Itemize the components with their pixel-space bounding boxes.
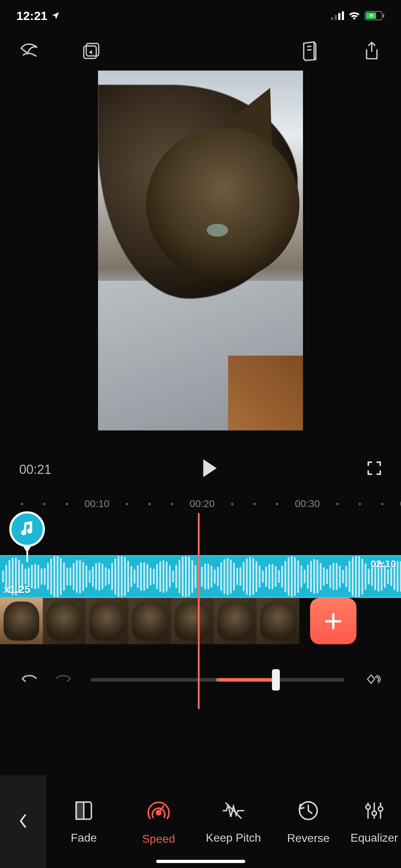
music-note-icon xyxy=(19,520,36,538)
svg-rect-2 xyxy=(338,13,340,20)
audio-speed-label: x1.25 xyxy=(4,583,30,595)
slider-fill xyxy=(218,678,279,682)
clip-thumbnail[interactable] xyxy=(128,598,171,644)
speed-slider-row xyxy=(0,666,401,694)
play-button[interactable] xyxy=(201,459,217,480)
timeline-ruler[interactable]: 00:1000:2000:3000:40 xyxy=(0,498,401,516)
svg-point-13 xyxy=(372,811,377,816)
preview-controls: 00:21 xyxy=(0,452,401,487)
undo-button[interactable] xyxy=(19,673,38,687)
video-preview-frame[interactable] xyxy=(98,71,303,430)
projects-icon[interactable] xyxy=(80,40,103,62)
redo-button[interactable] xyxy=(55,673,73,687)
tool-label: Keep Pitch xyxy=(206,831,261,844)
clip-thumbnail[interactable] xyxy=(257,598,299,644)
svg-point-12 xyxy=(366,805,370,809)
audio-duration-label: 02:10 xyxy=(370,558,396,570)
svg-point-14 xyxy=(378,806,383,811)
fullscreen-button[interactable] xyxy=(367,461,382,479)
bottom-tools: Fade Speed Keep Pitch Reverse xyxy=(0,775,401,868)
tool-reverse[interactable]: Reverse xyxy=(271,798,346,846)
status-left: 12:21 xyxy=(16,9,60,23)
tool-equalizer[interactable]: Equalizer xyxy=(346,798,401,846)
plus-icon: + xyxy=(324,603,343,640)
status-bar: 12:21 xyxy=(0,0,401,31)
tool-label: Equalizer xyxy=(350,831,398,844)
tool-label: Reverse xyxy=(287,832,329,845)
wifi-icon xyxy=(348,11,360,20)
book-icon[interactable] xyxy=(298,40,321,62)
tool-list[interactable]: Fade Speed Keep Pitch Reverse xyxy=(46,798,401,846)
playhead[interactable] xyxy=(198,513,200,709)
svg-rect-5 xyxy=(383,14,384,17)
clip-row[interactable]: + xyxy=(0,598,401,644)
tool-label: Fade xyxy=(71,831,97,844)
tool-label: Speed xyxy=(142,832,175,846)
clip-thumbnail[interactable] xyxy=(43,598,86,644)
speed-slider[interactable] xyxy=(91,678,345,682)
clip-thumbnail[interactable] xyxy=(86,598,128,644)
enlight-logo-icon[interactable] xyxy=(18,40,41,62)
svg-rect-1 xyxy=(335,15,337,20)
status-right xyxy=(331,11,385,20)
tool-keep-pitch[interactable]: Keep Pitch xyxy=(196,798,271,846)
audio-waveform xyxy=(0,556,401,597)
svg-rect-3 xyxy=(342,11,344,20)
tool-speed[interactable]: Speed xyxy=(121,798,196,846)
current-time-label: 00:21 xyxy=(19,462,51,477)
svg-rect-0 xyxy=(331,17,333,20)
video-preview-area xyxy=(0,71,401,452)
clip-thumbnail[interactable] xyxy=(0,598,43,644)
location-arrow-icon xyxy=(51,11,60,20)
cellular-signal-icon xyxy=(331,11,344,20)
music-marker[interactable] xyxy=(9,511,45,554)
home-indicator[interactable] xyxy=(156,860,245,863)
add-clip-button[interactable]: + xyxy=(310,598,356,644)
tool-fade[interactable]: Fade xyxy=(46,798,121,846)
clip-thumbnail[interactable] xyxy=(214,598,257,644)
chevron-left-icon xyxy=(18,813,28,831)
keyframe-button[interactable] xyxy=(362,671,382,688)
tools-back-button[interactable] xyxy=(0,775,46,868)
battery-charging-icon xyxy=(365,11,385,20)
share-icon[interactable] xyxy=(360,40,383,62)
top-toolbar xyxy=(0,31,401,71)
audio-track[interactable]: 02:10 x1.25 xyxy=(0,555,401,598)
clip-thumbnail[interactable] xyxy=(171,598,214,644)
slider-thumb[interactable] xyxy=(272,669,280,691)
status-time: 12:21 xyxy=(16,9,47,23)
